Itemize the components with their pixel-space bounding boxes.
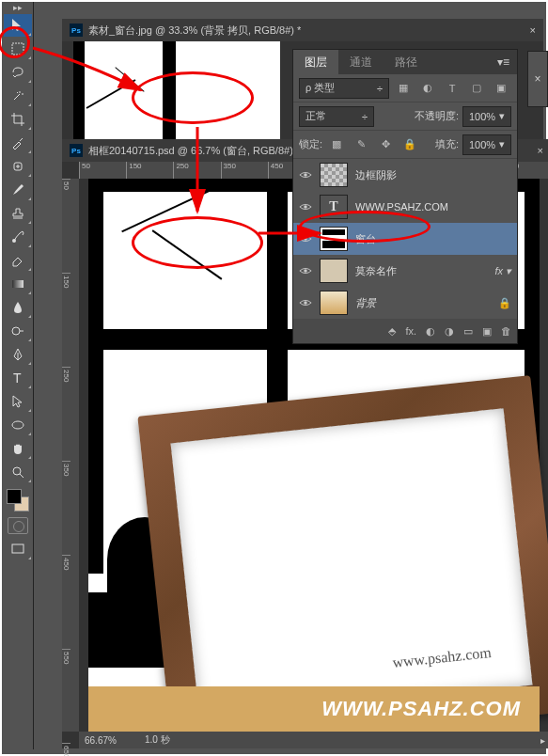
zoom-level[interactable]: 66.67%: [85, 735, 117, 746]
layer-name: 边框阴影: [355, 168, 397, 182]
eyedropper-tool[interactable]: [4, 132, 32, 154]
path-select-tool[interactable]: [4, 390, 32, 413]
svg-point-9: [304, 173, 307, 177]
svg-rect-0: [12, 43, 23, 55]
quick-mask-toggle[interactable]: [8, 517, 28, 534]
lock-icon: 🔒: [498, 297, 511, 309]
bottom-strip: WWW.PSAHZ.COM: [88, 686, 540, 732]
toolbar-collapse[interactable]: ▸▸: [2, 2, 33, 13]
heal-tool[interactable]: [4, 155, 32, 178]
layer-name: WWW.PSAHZ.COM: [355, 201, 448, 213]
svg-point-2: [12, 239, 16, 243]
blend-mode[interactable]: 正常÷: [299, 106, 374, 127]
layer-background[interactable]: 背景 🔒: [293, 287, 517, 319]
layer-frame-shadow[interactable]: 边框阴影: [293, 159, 517, 191]
history-brush-tool[interactable]: [4, 226, 32, 248]
adjustment-icon[interactable]: ◑: [445, 325, 454, 338]
doc2-close[interactable]: ×: [538, 145, 543, 156]
panel-dock[interactable]: ×: [527, 51, 548, 107]
toolbar: ▸▸ T: [2, 2, 34, 749]
zoom-tool[interactable]: [4, 461, 32, 483]
visibility-icon[interactable]: [299, 296, 312, 309]
filter-image-icon[interactable]: ▦: [393, 78, 414, 99]
svg-text:T: T: [13, 370, 22, 386]
anno-arrow-1: [28, 43, 160, 100]
visibility-icon[interactable]: [299, 264, 312, 277]
svg-point-7: [13, 467, 21, 475]
ps-icon: Ps: [70, 24, 83, 37]
photo-frame: www.psahz.com: [137, 375, 548, 732]
tab-channels[interactable]: 通道: [338, 50, 384, 74]
eraser-tool[interactable]: [4, 249, 32, 272]
svg-rect-8: [12, 544, 23, 553]
opacity-label: 不透明度:: [415, 109, 459, 123]
blur-tool[interactable]: [4, 296, 32, 319]
layer-name: 莫奈名作: [355, 264, 397, 278]
color-swatches[interactable]: [7, 489, 29, 512]
watermark-text: WWW.PSAHZ.COM: [321, 697, 521, 721]
delete-layer-icon[interactable]: 🗑: [501, 325, 511, 337]
svg-point-13: [304, 301, 307, 305]
type-tool[interactable]: T: [4, 367, 32, 389]
layers-footer: ⬘ fx. ◐ ◑ ▭ ▣ 🗑: [293, 319, 517, 343]
doc1-tab[interactable]: Ps 素材_窗台.jpg @ 33.3% (背景 拷贝, RGB/8#) * ×: [62, 19, 543, 41]
filter-shape-icon[interactable]: ▢: [466, 78, 487, 99]
tab-paths[interactable]: 路径: [384, 50, 429, 74]
gradient-tool[interactable]: [4, 273, 32, 295]
screen-mode[interactable]: [4, 538, 32, 560]
visibility-icon[interactable]: [299, 168, 312, 181]
crop-tool[interactable]: [4, 108, 32, 131]
svg-rect-3: [12, 280, 23, 288]
layer-monet[interactable]: 莫奈名作 fx ▾: [293, 255, 517, 287]
ps-icon: Ps: [70, 144, 83, 157]
ruler-vertical[interactable]: 50150250350450550650750: [62, 179, 79, 732]
pen-tool[interactable]: [4, 343, 32, 366]
layer-name: 背景: [355, 296, 376, 310]
status-bar: 66.67% 1.0 秒 ▸: [79, 732, 548, 748]
stamp-tool[interactable]: [4, 202, 32, 225]
fill-value[interactable]: 100%▾: [462, 134, 511, 155]
svg-point-10: [304, 205, 307, 209]
lock-all-icon[interactable]: 🔒: [399, 134, 420, 155]
svg-point-6: [12, 421, 23, 429]
shape-tool[interactable]: [4, 414, 32, 436]
layer-name: 窗台: [355, 232, 376, 246]
link-layers-icon[interactable]: ⬘: [388, 325, 396, 338]
anno-arrow-3: [254, 224, 329, 243]
panel-close[interactable]: ×: [528, 52, 547, 86]
hand-tool[interactable]: [4, 437, 32, 460]
layer-text-watermark[interactable]: T WWW.PSAHZ.COM: [293, 191, 517, 223]
filter-kind[interactable]: ρ 类型÷: [299, 78, 389, 99]
opacity-value[interactable]: 100%▾: [462, 106, 511, 127]
doc1-title: 素材_窗台.jpg @ 33.3% (背景 拷贝, RGB/8#) *: [88, 24, 301, 38]
lock-pos-icon[interactable]: ✥: [375, 134, 396, 155]
mask-icon[interactable]: ◐: [426, 325, 435, 338]
status-time: 1.0 秒: [145, 733, 170, 747]
panel-menu[interactable]: ▾≡: [490, 55, 517, 69]
move-tool[interactable]: [4, 14, 32, 37]
tab-layers[interactable]: 图层: [293, 50, 338, 74]
fx-indicator[interactable]: fx ▾: [494, 265, 511, 277]
lock-label: 锁定:: [299, 137, 322, 151]
filter-type-icon[interactable]: T: [442, 78, 462, 99]
lock-paint-icon[interactable]: ✎: [351, 134, 371, 155]
lock-trans-icon[interactable]: ▩: [326, 134, 347, 155]
dodge-tool[interactable]: [4, 320, 32, 342]
anno-arrow-2: [186, 122, 214, 226]
svg-point-4: [12, 327, 20, 335]
brush-tool[interactable]: [4, 179, 32, 201]
new-layer-icon[interactable]: ▣: [482, 325, 492, 338]
visibility-icon[interactable]: [299, 200, 312, 213]
layers-panel: 图层 通道 路径 ▾≡ ρ 类型÷ ▦ ◐ T ▢ ▣ 正常÷ 不透明度: 10…: [292, 49, 518, 344]
filter-adjust-icon[interactable]: ◐: [417, 78, 438, 99]
fill-label: 填充:: [435, 137, 459, 151]
foreground-color[interactable]: [7, 489, 22, 504]
filter-smart-icon[interactable]: ▣: [491, 78, 511, 99]
doc1-close[interactable]: ×: [530, 24, 536, 36]
svg-point-12: [304, 269, 307, 273]
fx-icon[interactable]: fx.: [405, 325, 416, 337]
group-icon[interactable]: ▭: [463, 325, 473, 338]
